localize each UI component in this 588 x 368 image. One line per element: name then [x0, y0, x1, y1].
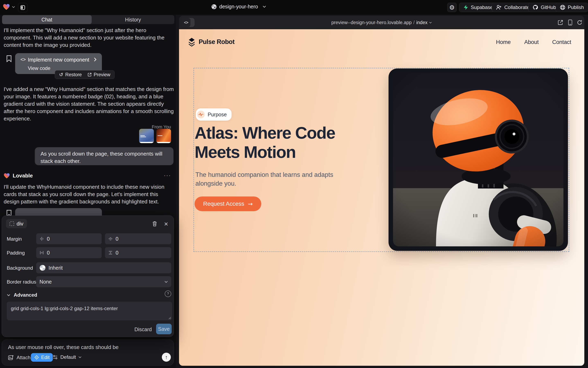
request-access-button[interactable]: Request Access →	[195, 196, 261, 211]
element-inspector-panel: div ✕ Margin 0 0	[2, 215, 174, 337]
collaborate-button[interactable]: Collaborate	[492, 3, 534, 12]
mode-selector[interactable]: Default	[53, 354, 82, 360]
attach-label: Attach	[17, 355, 30, 360]
restore-icon: ↺	[59, 72, 63, 77]
padding-y-input[interactable]: 0	[105, 247, 171, 258]
nav-home[interactable]: Home	[496, 39, 511, 45]
preview-page: index	[416, 20, 427, 25]
external-link-icon	[87, 73, 92, 77]
collaborate-icon	[496, 5, 502, 10]
padding-y-value: 0	[116, 250, 118, 256]
lovable-menu[interactable]	[3, 4, 15, 10]
attachment-thumb-blue[interactable]	[139, 129, 154, 143]
chevron-down-icon	[12, 6, 15, 8]
classes-textarea[interactable]: grid grid-cols-1 lg:grid-cols-2 gap-12 i…	[7, 302, 172, 320]
bookmark-icon	[6, 55, 12, 62]
tab-chat[interactable]: Chat	[2, 15, 92, 24]
robot-image	[393, 73, 563, 246]
supabase-button[interactable]: Supabase	[459, 3, 497, 12]
pulse-activity-icon	[197, 110, 205, 118]
border-radius-select[interactable]: None	[36, 276, 171, 287]
nav-about[interactable]: About	[524, 39, 539, 45]
composer-input[interactable]: As user mouse roll over, these cards sho…	[8, 344, 119, 350]
assistant-header: Lovable	[4, 173, 33, 179]
site-logo[interactable]: Pulse Robot	[188, 37, 235, 46]
lovable-heart-icon	[4, 173, 10, 179]
padding-x-icon	[39, 250, 44, 255]
discard-button[interactable]: Discard	[134, 326, 152, 332]
project-name: design-your-hero	[219, 4, 258, 9]
publish-label: Publish	[568, 4, 584, 10]
assistant-message-3: I'll update the WhyHumanoid component to…	[4, 183, 175, 205]
preview-url-bar[interactable]: preview--design-your-hero.lovable.app / …	[179, 16, 584, 29]
advanced-label: Advanced	[14, 292, 37, 298]
preview-button[interactable]: Preview	[87, 72, 111, 77]
settings-button[interactable]: ⚙	[447, 3, 457, 12]
padding-x-value: 0	[47, 250, 50, 256]
publish-button[interactable]: Publish	[556, 3, 588, 12]
attachment-thumbnails	[139, 129, 174, 143]
site-brand: Pulse Robot	[199, 38, 235, 46]
assistant-message-1: I'll implement the "Why Humanoid" sectio…	[4, 27, 173, 49]
hero-headline-line2: Meets Motion	[195, 142, 399, 162]
margin-x-input[interactable]: 0	[36, 233, 102, 244]
open-in-new-tab-icon[interactable]	[558, 20, 563, 25]
nav-contact[interactable]: Contact	[552, 39, 571, 45]
mobile-preview-icon[interactable]	[567, 19, 573, 26]
code-view-toggle[interactable]: <>	[181, 18, 195, 27]
chat-composer[interactable]: As user mouse roll over, these cards sho…	[2, 339, 174, 366]
chevron-down-icon	[7, 294, 10, 296]
url-separator: /	[413, 20, 415, 25]
resize-handle-icon[interactable]	[168, 316, 171, 320]
sidebar-toggle-button[interactable]	[18, 3, 28, 12]
selection-box-icon	[9, 221, 14, 226]
margin-label: Margin	[7, 236, 22, 242]
margin-x-value: 0	[47, 236, 50, 242]
site-nav: Home About Contact	[496, 39, 571, 45]
chevron-down-icon	[429, 22, 432, 24]
github-label: GitHub	[541, 4, 556, 10]
send-button[interactable]: ↑	[162, 353, 171, 362]
trash-icon[interactable]	[152, 221, 157, 227]
refresh-icon[interactable]	[577, 20, 582, 25]
collaborate-label: Collaborate	[504, 4, 530, 10]
project-selector[interactable]: design-your-hero	[211, 4, 266, 9]
attachment-thumb-orange[interactable]	[156, 129, 171, 143]
preview-label: Preview	[94, 72, 111, 77]
tab-history[interactable]: History	[92, 15, 174, 24]
save-button[interactable]: Save	[156, 324, 172, 334]
margin-x-icon	[39, 237, 44, 241]
edit-label: Edit	[41, 355, 49, 360]
margin-y-input[interactable]: 0	[105, 233, 171, 244]
chevron-down-icon	[164, 281, 168, 283]
cta-label: Request Access	[203, 201, 244, 207]
chevron-down-icon	[263, 6, 266, 8]
advanced-toggle[interactable]: Advanced	[7, 292, 37, 298]
background-label: Background	[7, 265, 33, 271]
user-message-bubble: As you scroll down the page, these compo…	[35, 147, 173, 165]
target-icon	[34, 355, 39, 360]
tab-chat-label: Chat	[42, 17, 52, 23]
margin-y-value: 0	[116, 236, 118, 242]
edit-mode-button[interactable]: Edit	[31, 353, 53, 362]
attach-button[interactable]: Attach	[8, 355, 30, 360]
robot-image-card	[389, 68, 568, 251]
help-icon[interactable]: ?	[165, 291, 171, 297]
restore-preview-toolbar: ↺ Restore Preview	[55, 70, 114, 79]
panel-icon	[20, 5, 25, 10]
globe-icon	[211, 4, 217, 9]
assistant-name: Lovable	[13, 173, 33, 179]
hero-headline: Atlas: Where Code Meets Motion	[195, 123, 399, 162]
element-tag-chip[interactable]: div	[6, 219, 27, 228]
github-icon	[532, 4, 538, 10]
restore-button[interactable]: ↺ Restore	[59, 72, 82, 77]
background-input[interactable]: Inherit	[36, 262, 171, 273]
more-menu-icon[interactable]: ···	[164, 172, 171, 179]
padding-x-input[interactable]: 0	[36, 247, 102, 258]
send-arrow-icon: ↑	[165, 354, 168, 360]
restore-label: Restore	[65, 72, 82, 77]
close-icon[interactable]: ✕	[164, 221, 168, 227]
purpose-badge: Purpose	[196, 108, 232, 121]
border-radius-value: None	[39, 279, 161, 285]
view-code-link[interactable]: View code	[28, 65, 50, 71]
